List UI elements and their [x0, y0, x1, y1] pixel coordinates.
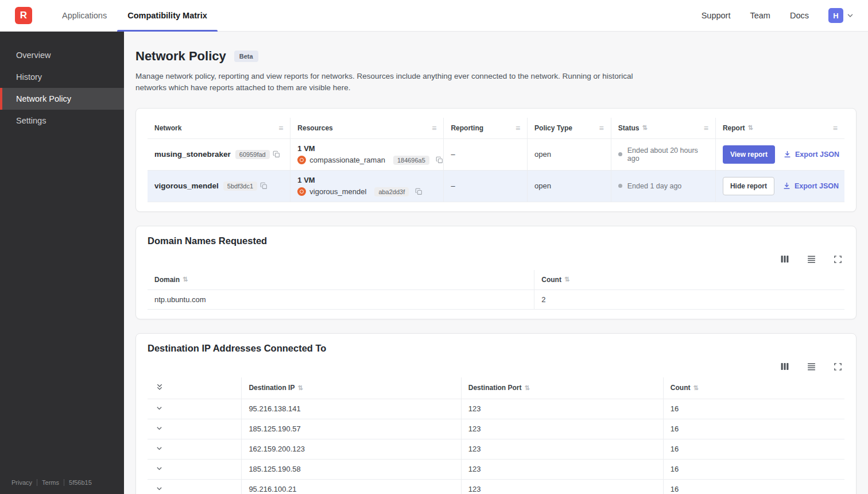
expand-row-chevron-icon[interactable]: [156, 485, 163, 492]
sidebar-item-label: Network Policy: [16, 94, 71, 103]
export-json-link[interactable]: Export JSON: [783, 150, 839, 159]
ip-row[interactable]: 185.125.190.58 123 16: [148, 459, 844, 479]
ip-row[interactable]: 95.216.138.141 123 16: [148, 399, 844, 419]
domains-header-row: Domain ⇅ Count ⇅: [148, 270, 844, 290]
column-header[interactable]: Reporting ≡: [444, 118, 528, 139]
sort-icon[interactable]: ⇅: [524, 384, 529, 392]
expand-all-header[interactable]: [148, 377, 242, 399]
status-dot-icon: [618, 152, 622, 156]
network-row[interactable]: vigorous_mendel5bdf3dc1 1 VM vigorous_me…: [148, 170, 844, 202]
policy-type-value: open: [528, 170, 611, 202]
sort-icon[interactable]: ⇅: [564, 276, 569, 283]
column-label: Count: [671, 384, 691, 392]
column-menu-icon[interactable]: ≡: [599, 124, 604, 133]
column-label: Count: [541, 276, 561, 284]
sidebar-item-label: Settings: [16, 116, 46, 125]
fullscreen-icon[interactable]: [834, 255, 842, 264]
status-text: Ended 1 day ago: [627, 182, 682, 190]
columns-icon[interactable]: [780, 362, 789, 371]
column-menu-icon[interactable]: ≡: [833, 124, 838, 133]
expand-row-chevron-icon[interactable]: [156, 404, 163, 412]
domains-card: Domain Names Requested Domain ⇅: [135, 226, 857, 319]
expand-row-chevron-icon[interactable]: [156, 445, 163, 452]
network-id-badge: 60959fad: [235, 150, 270, 159]
double-chevron-down-icon[interactable]: [156, 383, 164, 391]
topnav-link[interactable]: Team: [750, 11, 770, 20]
privacy-link[interactable]: Privacy: [11, 479, 37, 486]
column-header[interactable]: Report ⇅ ≡: [715, 118, 844, 139]
sort-icon[interactable]: ⇅: [642, 124, 647, 132]
chevron-down-icon[interactable]: [846, 11, 854, 20]
export-json-link[interactable]: Export JSON: [782, 182, 839, 190]
ips-toolbar: [148, 362, 842, 372]
topnav-item[interactable]: Compatibility Matrix: [117, 0, 218, 32]
sidebar-item[interactable]: Network Policy: [0, 88, 124, 110]
domain-row[interactable]: ntp.ubuntu.com 2: [148, 290, 844, 309]
network-table: Network ≡ Resources ≡: [148, 118, 844, 202]
sidebar-item[interactable]: Settings: [0, 110, 124, 132]
columns-icon[interactable]: [780, 254, 789, 264]
sort-icon[interactable]: ⇅: [693, 384, 698, 392]
fullscreen-icon[interactable]: [834, 362, 842, 371]
reporting-value: –: [444, 138, 528, 170]
ip-row[interactable]: 185.125.190.57 123 16: [148, 419, 844, 439]
row-density-icon[interactable]: [807, 362, 816, 372]
resource-name: compassionate_raman: [309, 156, 385, 164]
download-icon: [783, 150, 792, 159]
copy-icon[interactable]: [436, 156, 443, 164]
copy-icon[interactable]: [415, 188, 423, 195]
topnav-link[interactable]: Docs: [790, 11, 809, 20]
sort-icon[interactable]: ⇅: [297, 384, 303, 392]
report-toggle-button[interactable]: View report: [723, 145, 775, 164]
avatar[interactable]: H: [828, 8, 843, 23]
topnav-item[interactable]: Applications: [52, 0, 117, 32]
ip-row[interactable]: 162.159.200.123 123 16: [148, 439, 844, 459]
sort-icon[interactable]: ⇅: [183, 276, 188, 283]
column-menu-icon[interactable]: ≡: [278, 124, 283, 133]
copy-icon[interactable]: [273, 150, 280, 158]
sort-icon[interactable]: ⇅: [748, 124, 753, 132]
resource-id-badge: aba2dd3f: [374, 187, 409, 196]
column-label: Resources: [297, 124, 332, 132]
destination-port: 123: [461, 459, 663, 479]
ip-row[interactable]: 95.216.100.21 123 16: [148, 479, 844, 494]
network-table-header-row: Network ≡ Resources ≡: [148, 118, 844, 139]
connection-count: 16: [663, 479, 844, 494]
row-density-icon[interactable]: [807, 254, 816, 264]
sidebar-items: Overview History Network Policy Settings: [0, 44, 124, 132]
resource-os-icon: [297, 187, 306, 196]
primary-nav: Applications Compatibility Matrix: [52, 0, 218, 32]
sidebar-item-label: History: [16, 72, 42, 82]
sidebar-item-label: Overview: [16, 51, 51, 60]
column-header[interactable]: Network ≡: [148, 118, 290, 139]
expand-row-chevron-icon[interactable]: [156, 465, 163, 472]
page-title: Network Policy: [135, 49, 226, 64]
column-header[interactable]: Count ⇅: [534, 270, 844, 290]
copy-icon[interactable]: [260, 182, 268, 190]
column-header[interactable]: Destination IP ⇅: [242, 377, 461, 399]
network-row[interactable]: musing_stonebraker60959fad 1 VM compassi…: [148, 138, 844, 170]
destination-ip: 185.125.190.57: [242, 419, 461, 439]
column-header[interactable]: Destination Port ⇅: [461, 377, 663, 399]
column-header[interactable]: Resources ≡: [290, 118, 444, 139]
column-menu-icon[interactable]: ≡: [516, 124, 520, 133]
expand-row-chevron-icon[interactable]: [156, 424, 163, 432]
column-header[interactable]: Policy Type ≡: [528, 118, 611, 139]
column-menu-icon[interactable]: ≡: [704, 124, 708, 133]
column-header[interactable]: Count ⇅: [663, 377, 844, 399]
terms-link[interactable]: Terms: [37, 479, 64, 486]
app-logo[interactable]: R: [15, 7, 32, 24]
column-menu-icon[interactable]: ≡: [432, 124, 436, 133]
report-toggle-button[interactable]: Hide report: [723, 177, 774, 195]
column-header[interactable]: Domain ⇅: [148, 270, 534, 290]
destination-port: 123: [461, 439, 663, 459]
domains-table-body: ntp.ubuntu.com 2: [148, 290, 844, 309]
resource-name: vigorous_mendel: [309, 187, 366, 196]
topnav-link[interactable]: Support: [702, 11, 731, 20]
column-header[interactable]: Status ⇅ ≡: [611, 118, 715, 139]
sidebar-item[interactable]: Overview: [0, 44, 124, 66]
sidebar-item[interactable]: History: [0, 66, 124, 88]
user-menu[interactable]: H: [828, 8, 854, 23]
network-id-badge: 5bdf3dc1: [223, 182, 257, 191]
connection-count: 16: [663, 439, 844, 459]
